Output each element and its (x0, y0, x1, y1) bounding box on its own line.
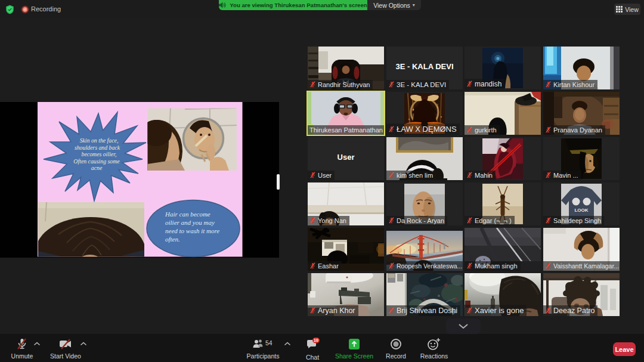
svg-text:acne: acne (91, 165, 103, 171)
svg-text:Often causing some: Often causing some (73, 158, 120, 165)
svg-text:LOOK: LOOK (574, 208, 588, 213)
svg-text:10: 10 (314, 338, 318, 342)
svg-text:Hair can become: Hair can become (165, 211, 210, 218)
svg-text:oilier and you may: oilier and you may (165, 219, 215, 226)
svg-text:shoulders and back: shoulders and back (75, 144, 120, 151)
svg-text:often.: often. (165, 236, 180, 243)
svg-text:becomes oilier,: becomes oilier, (82, 151, 117, 157)
svg-text:54: 54 (265, 339, 273, 346)
svg-text:Skin on the face,: Skin on the face, (80, 137, 119, 144)
svg-text:need to wash it more: need to wash it more (165, 227, 219, 234)
